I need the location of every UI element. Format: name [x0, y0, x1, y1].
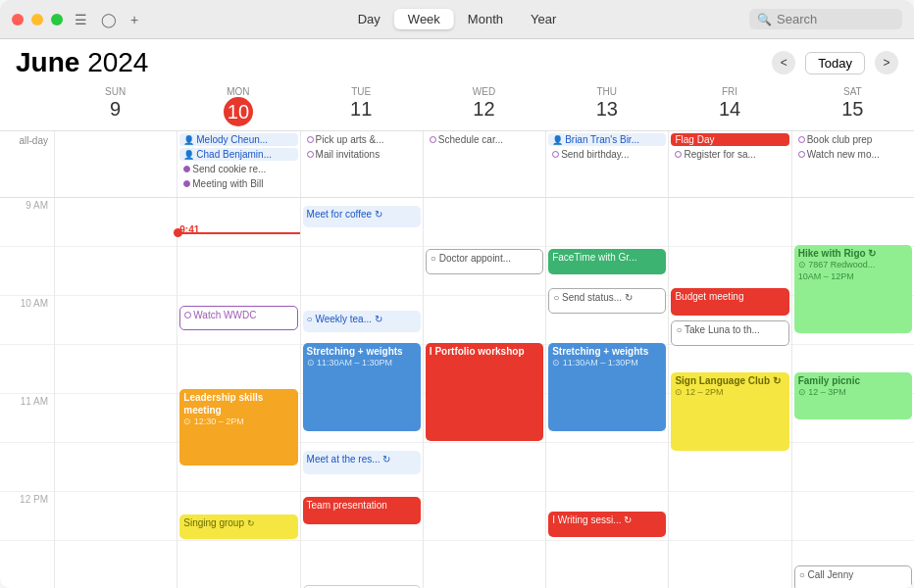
day-header-sat: SAT 15	[791, 82, 914, 130]
time-half10	[0, 345, 54, 394]
allday-event[interactable]: Book club prep	[794, 133, 912, 146]
event-call-jenny[interactable]: ○ Call Jenny	[794, 565, 912, 588]
allday-event[interactable]: Send cookie re...	[179, 163, 297, 175]
event-sign-language[interactable]: Sign Language Club ↻ ⊙ 12 – 2PM	[671, 372, 788, 451]
event-budget-meeting[interactable]: Budget meeting	[671, 288, 788, 316]
time-11am: 11 AM	[0, 394, 54, 443]
allday-event[interactable]: 👤 Chad Benjamin...	[179, 148, 297, 161]
allday-event[interactable]: 👤 Brian Tran's Bir...	[548, 133, 666, 146]
event-watch-wwdc[interactable]: Watch WWDC	[179, 306, 297, 330]
event-leadership-skills[interactable]: Leadership skills meeting ⊙ 12:30 – 2PM	[179, 389, 297, 466]
day-col-wed: ○ Doctor appoint... I Portfolio workshop	[423, 198, 545, 588]
allday-event[interactable]: Send birthday...	[548, 148, 666, 161]
day-header-mon: MON 10	[177, 82, 299, 130]
event-writing-session[interactable]: I Writing sessi... ↻	[548, 512, 666, 537]
time-half11	[0, 443, 54, 492]
day-col-fri: Budget meeting ○ Take Luna to th... Sign…	[668, 198, 790, 588]
allday-sat: Book club prep Watch new mo...	[791, 131, 914, 197]
prev-button[interactable]: <	[772, 51, 795, 74]
cal-title: June 2024	[16, 47, 772, 78]
day-col-thu: FaceTime with Gr... ○ Send status... ↻ S…	[545, 198, 668, 588]
event-family-picnic[interactable]: Family picnic ⊙ 12 – 3PM	[794, 372, 912, 419]
day-col-mon: 9:41 Watch WWDC Leadership skills meetin…	[177, 198, 299, 588]
day-header-wed: WED 12	[423, 82, 545, 130]
day-col-tue: Meet for coffee ↻ ○ Weekly tea... ↻ Stre…	[300, 198, 423, 588]
allday-thu: 👤 Brian Tran's Bir... Send birthday...	[545, 131, 668, 197]
today-button[interactable]: Today	[805, 52, 865, 74]
time-grid: 9 AM 10 AM 11 AM 12 PM 1 PM 2 PM 3 PM 4 …	[0, 198, 914, 588]
fullscreen-button[interactable]	[51, 14, 63, 25]
minimize-button[interactable]	[31, 14, 43, 25]
day-headers: SUN 9 MON 10 TUE 11 WED 12 THU 13 FRI 14	[0, 82, 914, 131]
calendar-window: ☰ ◯ + Day Week Month Year 🔍 June 2024 < …	[0, 0, 914, 588]
event-send-status[interactable]: ○ Send status... ↻	[548, 288, 666, 314]
search-bar[interactable]: 🔍	[749, 9, 902, 29]
day-header-fri: FRI 14	[668, 82, 790, 130]
cal-header: June 2024 < Today >	[0, 39, 914, 82]
tab-year[interactable]: Year	[517, 9, 570, 29]
allday-tue: Pick up arts &... Mail invitations	[300, 131, 423, 197]
allday-event[interactable]: Mail invitations	[303, 148, 421, 161]
event-take-luna[interactable]: ○ Take Luna to th...	[671, 320, 788, 346]
allday-event[interactable]: Flag Day	[671, 133, 788, 146]
event-weekly-tea[interactable]: ○ Weekly tea... ↻	[303, 311, 421, 332]
event-facetime[interactable]: FaceTime with Gr...	[548, 249, 666, 274]
day-header-sun: SUN 9	[54, 82, 177, 130]
time-10am: 10 AM	[0, 296, 54, 345]
traffic-lights	[12, 14, 63, 25]
allday-sun	[54, 131, 177, 197]
allday-event[interactable]: Meeting with Bill	[179, 177, 297, 190]
day-col-sun	[54, 198, 177, 588]
nav-tabs: Day Week Month Year	[344, 9, 571, 29]
event-portfolio-workshop[interactable]: I Portfolio workshop	[426, 343, 543, 441]
inbox-icon[interactable]: ◯	[101, 12, 117, 27]
time-column: 9 AM 10 AM 11 AM 12 PM 1 PM 2 PM 3 PM 4 …	[0, 198, 54, 588]
event-team-presentation[interactable]: Team presentation	[303, 497, 421, 524]
time-9am: 9 AM	[0, 198, 54, 247]
tab-week[interactable]: Week	[394, 9, 454, 29]
close-button[interactable]	[12, 14, 24, 25]
time-half12	[0, 541, 54, 588]
allday-event[interactable]: Register for sa...	[671, 148, 788, 161]
event-meet-coffee[interactable]: Meet for coffee ↻	[303, 206, 421, 227]
event-stretching-thu[interactable]: Stretching + weights ⊙ 11:30AM – 1:30PM	[548, 343, 666, 431]
day-header-thu: THU 13	[545, 82, 668, 130]
event-hike-rigo[interactable]: Hike with Rigo ↻ ⊙ 7867 Redwood... 10AM …	[794, 245, 912, 333]
allday-wed: Schedule car...	[423, 131, 545, 197]
allday-fri: Flag Day Register for sa...	[668, 131, 790, 197]
allday-mon: 👤 Melody Cheun... 👤 Chad Benjamin... Sen…	[177, 131, 299, 197]
event-doctor[interactable]: ○ Doctor appoint...	[426, 249, 543, 274]
titlebar: ☰ ◯ + Day Week Month Year 🔍	[0, 0, 914, 39]
tab-day[interactable]: Day	[344, 9, 394, 29]
next-button[interactable]: >	[875, 51, 898, 74]
allday-label: all-day	[0, 131, 54, 197]
toolbar-icons: ☰ ◯ +	[75, 12, 138, 27]
calendar-grid: SUN 9 MON 10 TUE 11 WED 12 THU 13 FRI 14	[0, 82, 914, 588]
allday-event[interactable]: 👤 Melody Cheun...	[179, 133, 297, 146]
allday-event[interactable]: Pick up arts &...	[303, 133, 421, 146]
allday-event[interactable]: Watch new mo...	[794, 148, 912, 161]
current-time-line	[178, 232, 299, 234]
search-input[interactable]	[777, 12, 894, 26]
add-icon[interactable]: +	[130, 12, 138, 27]
search-icon: 🔍	[757, 13, 772, 26]
event-stretching-tue[interactable]: Stretching + weights ⊙ 11:30AM – 1:30PM	[303, 343, 421, 431]
sidebar-icon[interactable]: ☰	[75, 12, 87, 27]
nav-arrows: < Today >	[772, 51, 898, 74]
allday-row: all-day 👤 Melody Cheun... 👤 Chad Benjami…	[0, 131, 914, 198]
time-12pm: 12 PM	[0, 492, 54, 541]
event-singing-group[interactable]: Singing group ↻	[179, 514, 297, 539]
allday-event[interactable]: Schedule car...	[426, 133, 543, 146]
tab-month[interactable]: Month	[454, 9, 517, 29]
time-half9	[0, 247, 54, 296]
event-meet-res[interactable]: Meet at the res... ↻	[303, 451, 421, 474]
day-header-tue: TUE 11	[300, 82, 423, 130]
day-col-sat: Hike with Rigo ↻ ⊙ 7867 Redwood... 10AM …	[791, 198, 914, 588]
